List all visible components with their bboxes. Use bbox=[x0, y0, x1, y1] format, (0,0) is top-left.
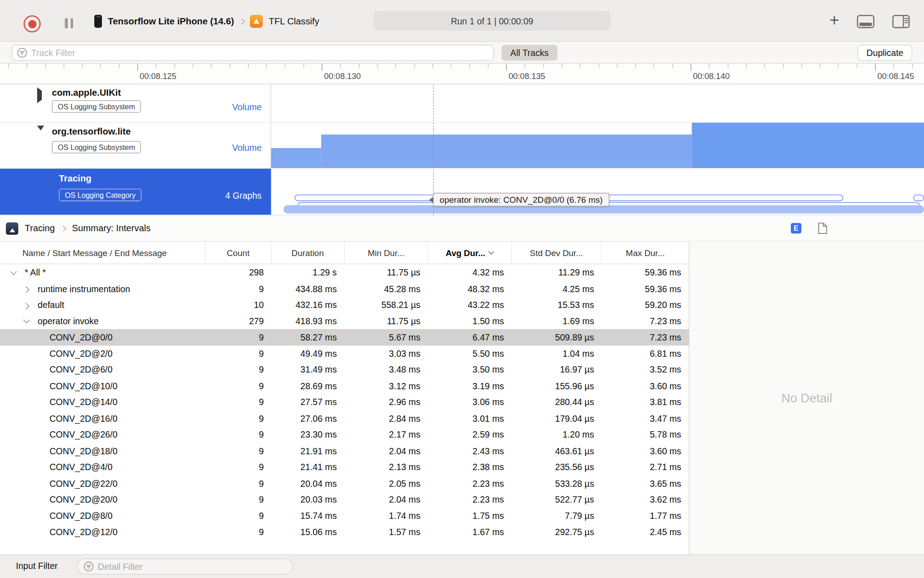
row-value: 3.19 ms bbox=[428, 378, 512, 394]
table-row[interactable]: CONV_2D@8/0915.74 ms1.74 ms1.75 ms7.79 µ… bbox=[0, 508, 689, 524]
table-row[interactable]: operator invoke279418.93 ms11.75 µs1.50 … bbox=[0, 313, 689, 329]
ruler-minor-tick bbox=[119, 64, 119, 68]
row-value: 7.23 ms bbox=[602, 313, 689, 329]
table-row[interactable]: CONV_2D@16/0927.06 ms2.84 ms3.01 ms179.0… bbox=[0, 410, 689, 426]
ruler-time-label: 00:08.145 bbox=[878, 71, 914, 81]
app-icon bbox=[250, 15, 263, 28]
row-value: 9 bbox=[205, 329, 271, 345]
track-row-uikit[interactable]: com.apple.UIKit OS Logging Subsystem Vol… bbox=[0, 84, 924, 123]
extended-detail-icon[interactable]: E bbox=[791, 223, 802, 234]
disclosure-expanded-icon[interactable] bbox=[9, 264, 25, 280]
row-value: 2.45 ms bbox=[602, 524, 689, 540]
table-row[interactable]: * All *2981.29 s11.75 µs4.32 ms11.29 ms5… bbox=[0, 264, 689, 280]
timeline-ruler[interactable]: 00:08.12500:08.13000:08.13500:08.14000:0… bbox=[0, 64, 924, 84]
row-value: 2.04 ms bbox=[344, 443, 428, 459]
ruler-minor-tick bbox=[488, 64, 488, 68]
table-row[interactable]: CONV_2D@14/0927.57 ms2.96 ms3.06 ms280.4… bbox=[0, 394, 689, 410]
interval-bar[interactable] bbox=[913, 195, 924, 201]
track-filter-field[interactable] bbox=[12, 45, 494, 61]
device-target-selector[interactable]: Tensorflow Lite iPhone (14.6) TFL Classi… bbox=[94, 12, 319, 31]
column-header[interactable]: Max Dur... bbox=[602, 242, 689, 264]
run-status-text: Run 1 of 1 | 00:00:09 bbox=[451, 16, 533, 26]
track-lane-uikit[interactable] bbox=[271, 84, 924, 122]
table-row[interactable]: CONV_2D@18/0921.91 ms2.04 ms2.43 ms463.6… bbox=[0, 443, 689, 459]
all-tracks-button[interactable]: All Tracks bbox=[502, 45, 558, 61]
row-value: 9 bbox=[205, 362, 271, 378]
column-header[interactable]: Avg Dur... bbox=[428, 242, 512, 264]
table-row[interactable]: CONV_2D@20/0920.03 ms2.04 ms2.23 ms522.7… bbox=[0, 491, 689, 508]
column-header[interactable]: Duration bbox=[272, 242, 345, 264]
filter-icon bbox=[17, 48, 27, 58]
row-value: 16.97 µs bbox=[512, 362, 602, 378]
filter-icon bbox=[83, 561, 93, 571]
track-lane-tensorflow[interactable] bbox=[271, 123, 924, 168]
row-value: 5.67 ms bbox=[344, 329, 428, 345]
duplicate-button[interactable]: Duplicate bbox=[858, 45, 912, 61]
row-value: 48.32 ms bbox=[428, 280, 512, 297]
row-value: 9 bbox=[205, 426, 271, 443]
row-value: 1.75 ms bbox=[428, 508, 512, 524]
row-value: 235.56 µs bbox=[512, 459, 602, 475]
ruler-minor-tick bbox=[285, 64, 285, 68]
table-row[interactable]: CONV_2D@22/0920.04 ms2.05 ms2.23 ms533.2… bbox=[0, 475, 689, 491]
table-row[interactable]: runtime instrumentation9434.88 ms45.28 m… bbox=[0, 280, 689, 297]
track-row-tracing[interactable]: Tracing OS Logging Category 4 Graphs ope… bbox=[0, 169, 924, 215]
detail-filter-field[interactable] bbox=[77, 559, 293, 574]
row-value: 533.28 µs bbox=[512, 475, 602, 491]
ruler-minor-tick bbox=[912, 64, 912, 68]
table-body: * All *2981.29 s11.75 µs4.32 ms11.29 ms5… bbox=[0, 264, 689, 540]
row-value: 23.30 ms bbox=[272, 426, 345, 443]
track-lane-tracing[interactable]: operator invoke: CONV_2D@0/0 (6.76 ms) bbox=[271, 169, 924, 215]
track-filter-input[interactable] bbox=[31, 48, 489, 58]
disclosure-collapsed-icon[interactable] bbox=[23, 297, 38, 313]
table-row[interactable]: default10432.16 ms558.21 µs43.22 ms15.53… bbox=[0, 297, 689, 313]
row-value: 3.03 ms bbox=[344, 345, 428, 362]
disclosure-collapsed-icon[interactable] bbox=[23, 280, 38, 297]
row-value: 21.91 ms bbox=[272, 443, 345, 459]
row-name: CONV_2D@2/0 bbox=[50, 349, 113, 359]
pause-button[interactable] bbox=[65, 18, 73, 28]
breadcrumb-tracing[interactable]: Tracing bbox=[25, 223, 55, 234]
disclosure-expanded-icon[interactable] bbox=[37, 131, 44, 140]
row-value: 432.16 ms bbox=[272, 297, 345, 313]
volume-chart-segment bbox=[692, 123, 924, 168]
detail-filter-input[interactable] bbox=[98, 561, 286, 571]
row-value: 6.47 ms bbox=[428, 329, 512, 345]
row-name: CONV_2D@4/0 bbox=[50, 462, 113, 472]
add-instrument-button[interactable]: + bbox=[830, 12, 839, 29]
column-header[interactable]: Min Dur... bbox=[344, 242, 428, 264]
disclosure-collapsed-icon[interactable] bbox=[37, 91, 42, 100]
document-icon[interactable] bbox=[818, 222, 827, 234]
column-header[interactable]: Name / Start Message / End Message bbox=[0, 242, 205, 264]
ruler-minor-tick bbox=[230, 64, 230, 68]
bottom-filter-bar: Input Filter bbox=[0, 555, 924, 578]
row-value: 9 bbox=[205, 410, 271, 426]
ruler-minor-tick bbox=[396, 64, 396, 68]
interval-bar[interactable] bbox=[283, 205, 924, 214]
disclosure-expanded-icon[interactable] bbox=[23, 313, 38, 329]
column-header[interactable]: Std Dev Dur... bbox=[512, 242, 602, 264]
track-row-tensorflow[interactable]: org.tensorflow.lite OS Logging Subsystem… bbox=[0, 123, 924, 169]
record-button[interactable] bbox=[23, 15, 41, 33]
table-row[interactable]: CONV_2D@2/0949.49 ms3.03 ms5.50 ms1.04 m… bbox=[0, 345, 689, 362]
row-value: 6.81 ms bbox=[602, 345, 689, 362]
row-value: 1.77 ms bbox=[602, 508, 689, 524]
table-row[interactable]: CONV_2D@4/0921.41 ms2.13 ms2.38 ms235.56… bbox=[0, 459, 689, 475]
ruler-minor-tick bbox=[156, 64, 156, 68]
column-header[interactable]: Count bbox=[205, 242, 271, 264]
row-name: default bbox=[38, 300, 65, 310]
row-value: 7.79 µs bbox=[512, 508, 602, 524]
toggle-right-panel-button[interactable] bbox=[892, 14, 910, 28]
target-name: TFL Classify bbox=[269, 16, 319, 27]
ruler-minor-tick bbox=[635, 64, 636, 68]
row-value: 1.67 ms bbox=[428, 524, 512, 540]
toggle-bottom-panel-button[interactable] bbox=[857, 14, 874, 28]
tooltip-text: operator invoke: CONV_2D@0/0 (6.76 ms) bbox=[433, 193, 609, 206]
breadcrumb-summary-intervals[interactable]: Summary: Intervals bbox=[72, 223, 150, 234]
table-row[interactable]: CONV_2D@10/0928.69 ms3.12 ms3.19 ms155.9… bbox=[0, 378, 689, 394]
ruler-minor-tick bbox=[857, 64, 857, 68]
table-row[interactable]: CONV_2D@12/0915.06 ms1.57 ms1.67 ms292.7… bbox=[0, 524, 689, 540]
table-row[interactable]: CONV_2D@0/0958.27 ms5.67 ms6.47 ms509.89… bbox=[0, 329, 689, 345]
table-row[interactable]: CONV_2D@26/0923.30 ms2.17 ms2.59 ms1.20 … bbox=[0, 426, 689, 443]
table-row[interactable]: CONV_2D@6/0931.49 ms3.48 ms3.50 ms16.97 … bbox=[0, 362, 689, 378]
